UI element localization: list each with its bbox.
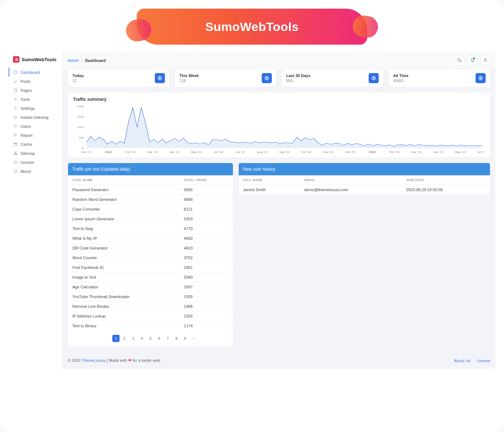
brand-name: SumoWebTools	[22, 57, 57, 62]
svg-point-10	[14, 161, 17, 164]
sidebar-item-dashboard[interactable]: Dashboard	[9, 68, 62, 77]
topbar: Admin / Dashboard	[63, 52, 495, 69]
page-7[interactable]: 7	[164, 335, 171, 342]
svg-rect-6	[14, 144, 17, 146]
svg-point-1	[15, 108, 16, 109]
info-icon	[13, 169, 18, 174]
tool-views-cell: 1174	[180, 321, 233, 331]
page-6[interactable]: 6	[156, 335, 163, 342]
traffic-table: TOOL NAMETOTAL VIEWS Password Generator9…	[68, 175, 233, 330]
gauge-icon	[13, 70, 18, 75]
page-5[interactable]: 5	[147, 335, 154, 342]
svg-point-12	[485, 58, 486, 60]
footer-year: © 2023	[68, 358, 82, 363]
svg-text:1500: 1500	[77, 116, 84, 118]
table-row[interactable]: Text to Slug4770	[68, 224, 233, 234]
tool-name-cell: Word Counter	[68, 253, 180, 263]
page-next[interactable]: ›	[190, 335, 197, 342]
svg-text:Dec '21: Dec '21	[81, 151, 92, 154]
clock-icon	[13, 115, 18, 120]
sidebar-item-license[interactable]: License	[9, 158, 62, 167]
stat-value: 12	[72, 78, 84, 83]
flag-icon	[13, 133, 18, 138]
svg-text:Nov '22: Nov '22	[323, 151, 333, 154]
table-row[interactable]: Random Word Generator6998	[68, 195, 233, 204]
table-row[interactable]: Find Facebook ID2061	[68, 263, 233, 273]
page-prev[interactable]: ‹	[104, 335, 111, 342]
tool-views-cell: 4660	[180, 234, 233, 243]
tool-name-cell: IP Address Lookup	[68, 311, 180, 321]
stat-card-this-week: This Week116	[175, 69, 276, 87]
footer-about-link[interactable]: About Us	[454, 359, 470, 363]
users-panel-title: New user history	[239, 163, 490, 175]
notifications-button[interactable]	[467, 55, 477, 66]
chevron-right-icon: ›	[57, 98, 58, 101]
table-row[interactable]: Image to Text2040	[68, 273, 233, 282]
stat-value: 855	[286, 78, 310, 83]
table-row[interactable]: Text to Binary1174	[68, 321, 233, 331]
chart-title: Traffic summary	[73, 97, 485, 102]
breadcrumb-root[interactable]: Admin	[68, 58, 79, 63]
footer-brand-link[interactable]: ThemeLuxury	[82, 358, 106, 363]
tool-views-cell: 1255	[180, 311, 233, 321]
stat-label: Last 30 Days	[286, 73, 310, 78]
sidebar-item-settings[interactable]: Settings›	[9, 104, 62, 113]
sidebar-item-sitemap[interactable]: Sitemap	[9, 149, 62, 158]
sidebar-item-about[interactable]: About	[9, 167, 62, 176]
tool-name-cell: What Is My IP	[68, 234, 180, 243]
main: Admin / Dashboard	[63, 52, 495, 369]
sidebar-item-users[interactable]: Users	[9, 122, 62, 131]
svg-text:Feb '23: Feb '23	[389, 151, 400, 154]
svg-text:Jun '22: Jun '22	[213, 151, 224, 154]
sidebar-item-pages[interactable]: Pages›	[9, 86, 62, 95]
new-users-panel: New user history FULL NAMEEMAILJOIN DATE…	[238, 163, 490, 195]
table-row[interactable]: Password Generator9566	[68, 185, 233, 195]
page-1[interactable]: 1	[112, 335, 120, 342]
sidebar-item-label: Pages	[21, 88, 32, 93]
tables-row: Traffic per tool (Updated daily) TOOL NA…	[68, 163, 490, 347]
sidebar-item-report[interactable]: Report	[9, 131, 62, 140]
sidebar-item-posts[interactable]: Posts	[9, 77, 62, 86]
sidebar-item-cache[interactable]: Cache	[9, 140, 62, 149]
nav-list: DashboardPostsPages›Tools›Settings›Insta…	[9, 68, 62, 176]
table-row[interactable]: Case Converter6121	[68, 204, 233, 214]
page-9[interactable]: 9	[181, 335, 189, 342]
sidebar-item-instant-indexing[interactable]: Instant Indexing›	[9, 113, 62, 122]
table-row[interactable]: Word Counter3752	[68, 253, 233, 263]
chevron-right-icon: ›	[57, 89, 58, 92]
globe-icon[interactable]	[476, 73, 486, 83]
table-row[interactable]: Remove Line Breaks1486	[68, 302, 233, 311]
page-3[interactable]: 3	[130, 335, 137, 342]
sidebar-item-label: Sitemap	[21, 151, 35, 156]
page-8[interactable]: 8	[173, 335, 180, 342]
svg-text:2022: 2022	[105, 151, 112, 154]
svg-text:Oct '22: Oct '22	[301, 151, 311, 154]
table-row[interactable]: James Smithdemo@themeluxury.com2023-06-2…	[239, 185, 490, 195]
table-row[interactable]: IP Address Lookup1255	[68, 311, 233, 321]
page-2[interactable]: 2	[121, 335, 128, 342]
user-menu-button[interactable]	[480, 55, 490, 66]
footer: © 2023 ThemeLuxury | Made with ❤ for a b…	[63, 352, 495, 369]
globe-icon[interactable]	[262, 73, 272, 83]
stat-card-last-30-days: Last 30 Days855	[282, 69, 383, 87]
table-row[interactable]: What Is My IP4660	[68, 234, 233, 243]
svg-text:Jul '22: Jul '22	[236, 151, 245, 154]
page-4[interactable]: 4	[138, 335, 145, 342]
stats-row: Today12This Week116Last 30 Days855All Ti…	[68, 69, 490, 87]
table-row[interactable]: YouTube Thumbnail Downloader1928	[68, 292, 233, 302]
sidebar-item-tools[interactable]: Tools›	[9, 95, 62, 104]
brand[interactable]: SumoWebTools	[9, 52, 62, 68]
table-row[interactable]: Age Calculator1937	[68, 282, 233, 292]
table-row[interactable]: Lorem Ipsum Generator5353	[68, 214, 233, 224]
heart-icon: ❤	[128, 358, 131, 363]
sidebar-item-label: Report	[21, 133, 32, 138]
sidebar-item-label: Posts	[21, 79, 31, 84]
dark-mode-button[interactable]	[454, 55, 464, 66]
traffic-panel-title: Traffic per tool (Updated daily)	[68, 163, 233, 175]
footer-license-link[interactable]: License	[477, 359, 490, 363]
globe-icon[interactable]	[369, 73, 379, 83]
tool-name-cell: YouTube Thumbnail Downloader	[68, 292, 180, 302]
table-row[interactable]: QR Code Generator4623	[68, 243, 233, 253]
footer-suffix: for a better web.	[131, 358, 161, 363]
globe-icon[interactable]	[155, 73, 165, 83]
